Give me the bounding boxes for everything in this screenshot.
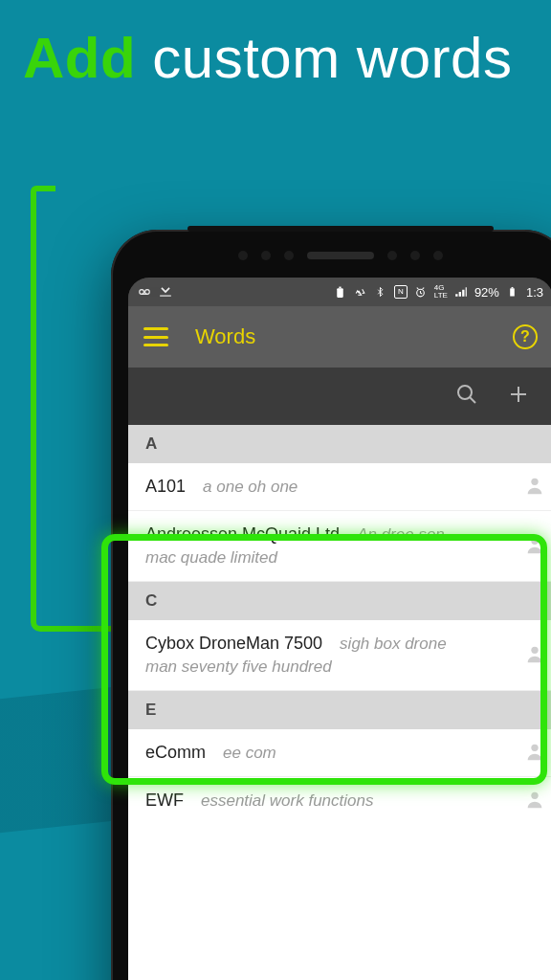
recycle-icon xyxy=(354,285,367,299)
search-icon[interactable] xyxy=(455,383,478,410)
svg-rect-6 xyxy=(512,287,514,288)
status-bar: N 4GLTE 92% 1:3 xyxy=(128,278,551,306)
word-text: Cybox DroneMan 7500 xyxy=(145,634,322,654)
promo-headline: Add custom words xyxy=(23,27,512,90)
help-icon[interactable]: ? xyxy=(513,324,538,349)
word-text: Andreessen McQuaid Ltd xyxy=(145,524,340,545)
menu-icon[interactable] xyxy=(143,327,168,346)
data-icon: 4GLTE xyxy=(434,285,448,299)
list-item[interactable]: A101 a one oh one xyxy=(128,463,551,511)
missed-call-icon xyxy=(159,285,172,299)
promo-accent: Add xyxy=(23,26,136,90)
signal-icon xyxy=(454,285,468,299)
app-bar: Words ? xyxy=(128,306,551,368)
phone-sensors xyxy=(111,251,551,260)
person-icon xyxy=(524,534,545,559)
word-text: A101 xyxy=(145,477,186,497)
add-icon[interactable] xyxy=(507,383,530,410)
status-left-icons xyxy=(138,285,172,299)
list-item[interactable]: EWF essential work functions xyxy=(128,777,551,824)
svg-point-10 xyxy=(531,646,538,653)
svg-point-0 xyxy=(140,290,144,295)
section-header: C xyxy=(128,582,551,620)
pronunciation-text-2: mac quade limited xyxy=(145,548,511,568)
svg-point-7 xyxy=(458,386,472,399)
svg-rect-2 xyxy=(338,288,344,298)
words-list[interactable]: A A101 a one oh one Andreessen McQuaid L… xyxy=(128,425,551,980)
battery-percent: 92% xyxy=(474,285,499,300)
person-icon xyxy=(524,789,545,813)
word-text: eComm xyxy=(145,743,206,763)
svg-point-1 xyxy=(145,290,150,295)
section-header: A xyxy=(128,425,551,463)
phone-screen: N 4GLTE 92% 1:3 Words ? xyxy=(128,278,551,980)
alarm-icon xyxy=(414,285,428,299)
list-item[interactable]: Andreessen McQuaid Ltd An dree son mac q… xyxy=(128,511,551,582)
status-time: 1:3 xyxy=(526,285,543,300)
appbar-title: Words xyxy=(195,324,486,349)
nfc-icon: N xyxy=(394,285,408,299)
word-text: EWF xyxy=(145,791,184,811)
list-item[interactable]: Cybox DroneMan 7500 sigh box drone man s… xyxy=(128,620,551,691)
status-right-icons: N 4GLTE 92% 1:3 xyxy=(334,285,543,300)
connector-line xyxy=(31,191,112,632)
bluetooth-icon xyxy=(374,285,387,299)
svg-point-8 xyxy=(531,478,538,484)
voicemail-icon xyxy=(138,285,151,299)
section-header: E xyxy=(128,691,551,729)
person-icon xyxy=(524,741,545,766)
pronunciation-text: sigh box drone xyxy=(340,635,447,654)
pronunciation-text: a one oh one xyxy=(203,478,298,497)
phone-frame: N 4GLTE 92% 1:3 Words ? xyxy=(111,230,551,980)
svg-point-11 xyxy=(531,744,538,750)
svg-rect-5 xyxy=(511,288,516,296)
svg-point-12 xyxy=(531,791,538,798)
list-item[interactable]: eComm ee com xyxy=(128,729,551,777)
pronunciation-text-2: man seventy five hundred xyxy=(145,657,511,677)
pronunciation-text: An dree son xyxy=(357,525,445,545)
svg-point-9 xyxy=(531,537,538,544)
action-bar xyxy=(128,368,551,425)
person-icon xyxy=(524,475,545,500)
person-icon xyxy=(524,643,545,668)
svg-rect-3 xyxy=(340,286,342,288)
pronunciation-text: ee com xyxy=(223,744,276,763)
pronunciation-text: essential work functions xyxy=(201,791,373,811)
promo-rest: custom words xyxy=(136,26,512,90)
battery-saver-icon xyxy=(334,285,347,299)
battery-icon xyxy=(506,285,519,299)
